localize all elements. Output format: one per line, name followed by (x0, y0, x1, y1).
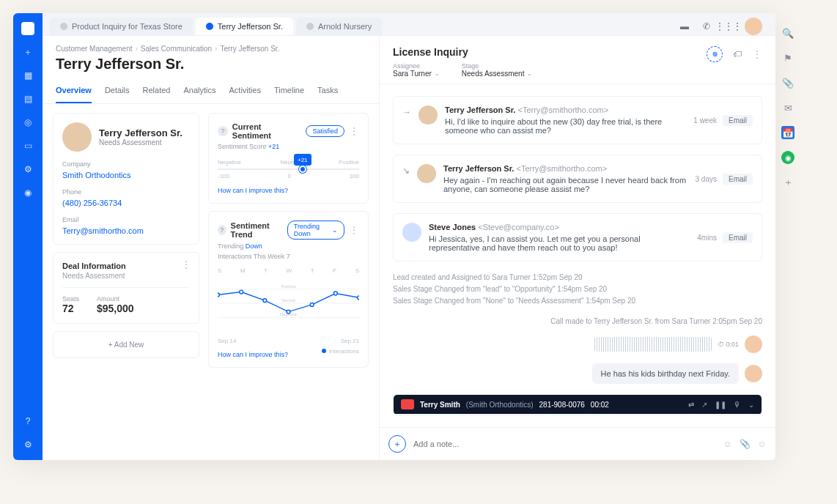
more-icon[interactable]: ⋮ (181, 259, 191, 270)
breadcrumb-item[interactable]: Customer Management (56, 45, 133, 53)
tab-product-inquiry[interactable]: Product Inquiry for Texas Store (50, 18, 193, 35)
improve-link[interactable]: How can I improve this? (218, 187, 359, 194)
subtab-details[interactable]: Details (105, 81, 130, 103)
message-item[interactable]: Steve Jones <Steve@company.co> Hi Jessic… (393, 213, 762, 262)
call-timer: 00:02 (591, 401, 609, 409)
nav-briefcase-icon[interactable]: ▭ (21, 139, 34, 152)
nav-settings-icon[interactable]: ⚙ (21, 438, 34, 451)
subtab-overview[interactable]: Overview (56, 81, 92, 103)
sentiment-score: Sentiment Score +21 (218, 143, 359, 150)
target-icon[interactable]: ✵ (707, 46, 723, 62)
svg-point-11 (333, 292, 337, 295)
subtab-activities[interactable]: Activities (229, 81, 261, 103)
hangouts-icon[interactable]: ◉ (781, 151, 794, 164)
breadcrumb-sep: › (136, 45, 138, 53)
chevron-down-icon[interactable]: ⌄ (748, 401, 754, 409)
help-icon[interactable]: ? (218, 225, 226, 235)
rail-plus-icon[interactable]: ＋ (781, 176, 794, 189)
attach-icon[interactable]: 📎 (740, 439, 751, 449)
shuffle-icon[interactable]: ⇄ (688, 401, 694, 409)
topbar-apps-icon[interactable]: ⋮⋮⋮ (723, 21, 734, 32)
help-icon[interactable]: ? (218, 126, 228, 136)
tab-dot-icon (206, 23, 213, 30)
phone-value[interactable]: (480) 256-36734 (62, 199, 190, 207)
voice-waveform[interactable] (594, 337, 712, 352)
stage-select[interactable]: Needs Assessment⌄ (462, 70, 533, 78)
improve-link[interactable]: How can I improve this? (218, 351, 288, 358)
sentiment-pin: +21 (294, 154, 311, 166)
nav-document-icon[interactable]: ▤ (21, 92, 34, 105)
add-new-button[interactable]: + Add New (53, 331, 199, 358)
tag-icon[interactable]: 🏷 (733, 49, 742, 59)
svg-point-9 (287, 310, 290, 314)
calendar-icon[interactable]: 📅 (781, 126, 794, 139)
nav-gear-icon[interactable]: ⚙ (21, 163, 34, 176)
trend-badge[interactable]: Trending Down ⌄ (287, 220, 344, 240)
mail-icon[interactable]: ✉ (781, 101, 794, 114)
nav-globe-icon[interactable]: ◉ (21, 186, 34, 199)
email-value[interactable]: Terry@smithortho.com (62, 226, 190, 235)
topbar-phone-icon[interactable]: ✆ (701, 21, 712, 32)
breadcrumb-item[interactable]: Terry Jefferson Sr. (220, 45, 279, 53)
assignee-label: Assignee (393, 62, 440, 70)
more-icon[interactable]: ⋮ (349, 125, 359, 137)
amount-value: $95,000 (97, 303, 134, 314)
tab-dot-icon (306, 23, 314, 30)
scale-negative: Negative (218, 159, 241, 166)
assignee-select[interactable]: Sara Turner⌄ (393, 70, 440, 78)
subtab-timeline[interactable]: Timeline (274, 81, 304, 103)
contact-avatar (62, 122, 92, 152)
pause-icon[interactable]: ❚❚ (715, 401, 726, 409)
tab-label: Arnold Nursery (318, 22, 372, 31)
profile-card: Terry Jefferson Sr. Needs Assessment Com… (53, 113, 199, 245)
breadcrumb-item[interactable]: Sales Communication (141, 45, 212, 53)
message-channel-tag: Email (723, 115, 753, 126)
subtab-bar: Overview Details Related Analytics Activ… (43, 77, 379, 104)
add-note-button[interactable]: ＋ (388, 435, 406, 453)
scale-positive: Positive (339, 159, 359, 166)
sentiment-trend-chart: S M T W T F S (218, 267, 359, 341)
sentiment-scale: Negative Neutral Positive +21 -100 (218, 159, 359, 179)
nav-user-icon[interactable]: ◎ (21, 116, 34, 129)
call-panel: Terry Smith (Smith Orthodontics) 281-908… (393, 394, 762, 415)
seats-value: 72 (62, 303, 79, 314)
call-name: Terry Smith (420, 401, 460, 409)
nav-plus-icon[interactable]: ＋ (21, 45, 34, 59)
note-bubble: He has his kids birthday next Friday. (592, 363, 739, 384)
mic-icon[interactable]: 🎙 (734, 401, 741, 409)
emoji-icon[interactable]: ☺ (723, 439, 731, 449)
message-text: Hi Jessica, yes, I can assist you. Let m… (429, 234, 690, 252)
emoji2-icon[interactable]: ☺ (758, 439, 767, 449)
svg-point-10 (310, 303, 314, 307)
message-item[interactable]: → Terry Jefferson Sr. <Terry@smithortho.… (393, 96, 762, 144)
tick-mid: 0 (288, 173, 291, 179)
message-channel-tag: Email (723, 232, 753, 243)
message-channel-tag: Email (723, 174, 753, 185)
more-icon[interactable]: ⋮ (349, 224, 359, 236)
more-icon[interactable]: ⋮ (752, 48, 762, 60)
subtab-related[interactable]: Related (143, 81, 171, 103)
hangup-icon[interactable] (401, 399, 414, 410)
app-logo (21, 22, 34, 35)
topbar-avatar[interactable] (745, 18, 762, 35)
topbar-chat-icon[interactable]: ▬ (679, 21, 690, 32)
message-text: Hi, I'd like to inquire about the new (3… (445, 117, 686, 135)
company-value[interactable]: Smith Orthodontics (62, 171, 190, 179)
nav-help-icon[interactable]: ? (21, 415, 34, 428)
transfer-icon[interactable]: ↗ (701, 401, 707, 409)
activity-events: Lead created and Assigned to Sara Turner… (393, 272, 762, 307)
note-input[interactable] (413, 440, 715, 448)
license-title: License Inquiry (393, 46, 707, 58)
nav-dashboard-icon[interactable]: ▦ (21, 69, 34, 82)
tab-terry-jefferson[interactable]: Terry Jefferson Sr. (196, 18, 293, 35)
flag-icon[interactable]: ⚑ (781, 51, 794, 64)
attachment-icon[interactable]: 📎 (781, 76, 794, 89)
subtab-tasks[interactable]: Tasks (317, 81, 338, 103)
svg-text:Positive: Positive (281, 284, 295, 289)
svg-point-12 (358, 296, 359, 300)
tab-arnold-nursery[interactable]: Arnold Nursery (296, 18, 382, 35)
subtab-analytics[interactable]: Analytics (183, 81, 215, 103)
search-icon[interactable]: 🔍 (781, 26, 794, 40)
sentiment-trend-card: ? Sentiment Trend Trending Down ⌄ ⋮ Tren… (208, 211, 369, 368)
message-item[interactable]: ↘ Terry Jefferson Sr. <Terry@smithortho.… (393, 155, 762, 203)
